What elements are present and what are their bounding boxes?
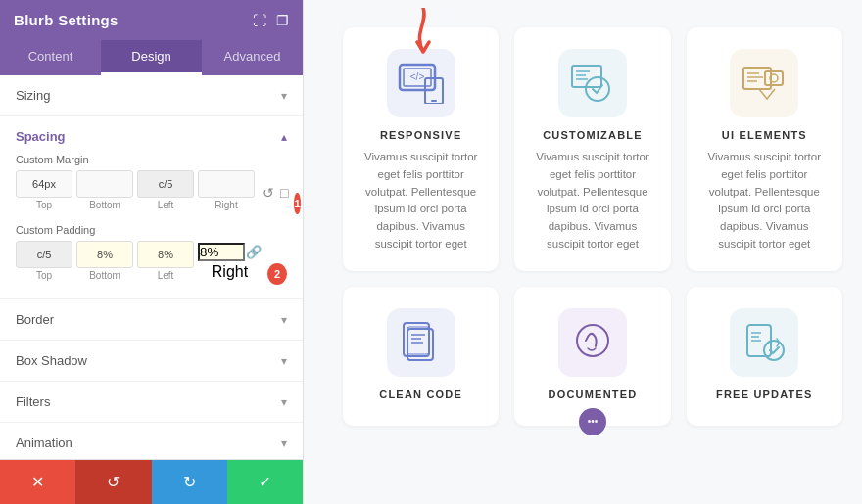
box-shadow-chevron-icon: ▾ bbox=[281, 354, 287, 368]
svg-point-27 bbox=[764, 341, 784, 360]
responsive-title: RESPONSIVE bbox=[380, 129, 462, 141]
card-customizable: CUSTOMIZABLE Vivamus suscipit tortor ege… bbox=[514, 27, 670, 271]
svg-rect-14 bbox=[765, 71, 783, 85]
card-ui-elements: UI ELEMENTS Vivamus suscipit tortor eget… bbox=[687, 27, 842, 271]
cards-grid: </> RESPONSIVE Vivamus suscipit tortor e… bbox=[343, 27, 842, 426]
free-updates-icon bbox=[740, 321, 789, 364]
spacing-header[interactable]: Spacing ▴ bbox=[16, 116, 287, 154]
margin-top-input[interactable] bbox=[16, 170, 72, 198]
collapse-icon[interactable]: ❐ bbox=[276, 13, 289, 28]
padding-bottom-input[interactable] bbox=[76, 241, 133, 268]
badge-2: 2 bbox=[267, 263, 287, 285]
ui-elements-icon bbox=[740, 62, 789, 105]
margin-top-group: Top bbox=[16, 170, 72, 210]
panel-body: Sizing ▾ Spacing ▴ Custom Margin Top bbox=[0, 75, 303, 459]
custom-margin-label: Custom Margin bbox=[16, 154, 287, 165]
padding-left-input[interactable] bbox=[137, 241, 194, 268]
reset-margin-icon[interactable]: ↺ bbox=[263, 185, 274, 201]
documented-dot: ••• bbox=[579, 408, 606, 435]
padding-right-label: Right bbox=[212, 263, 248, 281]
margin-left-input[interactable] bbox=[137, 170, 194, 198]
expand-icon[interactable]: ⛶ bbox=[253, 13, 266, 28]
svg-point-6 bbox=[586, 77, 609, 101]
sizing-section[interactable]: Sizing ▾ bbox=[0, 75, 303, 116]
panel-title: Blurb Settings bbox=[14, 12, 119, 28]
margin-bottom-group: Bottom bbox=[76, 170, 133, 210]
responsive-margin-icon[interactable]: □ bbox=[280, 185, 288, 201]
responsive-icon: </> bbox=[398, 63, 445, 104]
customizable-text: Vivamus suscipit tortor eget felis portt… bbox=[530, 149, 654, 253]
padding-top-label: Top bbox=[36, 270, 52, 281]
padding-inputs: Top Bottom Left bbox=[16, 241, 262, 281]
margin-left-group: Left bbox=[137, 170, 194, 210]
custom-margin-area: Custom Margin Top Bottom Lef bbox=[16, 154, 287, 214]
padding-top-group: Top bbox=[16, 241, 72, 281]
padding-left-group: Left bbox=[137, 241, 194, 281]
reset-icon: ↺ bbox=[107, 473, 120, 491]
refresh-button[interactable]: ↻ bbox=[152, 460, 227, 504]
panel-tabs: Content Design Advanced bbox=[0, 40, 303, 75]
sizing-chevron-icon: ▾ bbox=[281, 89, 287, 103]
arrow-indicator bbox=[404, 8, 443, 57]
padding-right-link-group: 🔗 Right bbox=[198, 243, 262, 281]
card-documented: DOCUMENTED ••• bbox=[514, 287, 670, 426]
margin-bottom-input[interactable] bbox=[76, 170, 133, 198]
padding-right-input[interactable] bbox=[198, 243, 245, 261]
padding-left-label: Left bbox=[158, 270, 174, 281]
refresh-icon: ↻ bbox=[183, 473, 196, 491]
spacing-section: Spacing ▴ Custom Margin Top Bottom bbox=[0, 116, 303, 299]
save-button[interactable]: ✓ bbox=[227, 460, 303, 504]
filters-label: Filters bbox=[16, 394, 50, 409]
customizable-icon-wrap bbox=[558, 49, 627, 117]
tab-design[interactable]: Design bbox=[101, 40, 202, 75]
card-responsive: </> RESPONSIVE Vivamus suscipit tortor e… bbox=[343, 27, 499, 271]
border-chevron-icon: ▾ bbox=[281, 313, 287, 327]
filters-section[interactable]: Filters ▾ bbox=[0, 382, 303, 423]
custom-padding-label: Custom Padding bbox=[16, 224, 287, 236]
free-updates-title: FREE UPDATES bbox=[716, 389, 813, 400]
documented-icon bbox=[568, 321, 617, 364]
ui-elements-icon-wrap bbox=[730, 49, 798, 117]
tab-advanced[interactable]: Advanced bbox=[202, 40, 303, 75]
link-padding-icon[interactable]: 🔗 bbox=[246, 245, 262, 259]
margin-right-group: Right bbox=[198, 170, 255, 210]
margin-left-label: Left bbox=[158, 200, 174, 210]
panel-header-actions: ⛶ ❐ bbox=[253, 13, 289, 28]
margin-inputs: Top Bottom Left Right bbox=[16, 170, 255, 210]
border-section[interactable]: Border ▾ bbox=[0, 299, 303, 341]
panel-footer: ✕ ↺ ↻ ✓ bbox=[0, 459, 303, 504]
free-updates-icon-wrap bbox=[730, 308, 798, 377]
clean-code-icon-wrap bbox=[387, 308, 455, 377]
save-icon: ✓ bbox=[259, 473, 271, 491]
animation-section[interactable]: Animation ▾ bbox=[0, 423, 303, 459]
padding-bottom-label: Bottom bbox=[89, 270, 120, 281]
spacing-chevron-icon: ▴ bbox=[281, 130, 287, 144]
customizable-icon bbox=[568, 62, 617, 105]
close-button[interactable]: ✕ bbox=[0, 460, 75, 504]
documented-icon-wrap bbox=[558, 308, 627, 377]
sizing-label: Sizing bbox=[16, 88, 50, 103]
box-shadow-section[interactable]: Box Shadow ▾ bbox=[0, 341, 303, 382]
padding-bottom-group: Bottom bbox=[76, 241, 133, 281]
padding-top-input[interactable] bbox=[16, 241, 72, 268]
clean-code-title: CLEAN CODE bbox=[379, 389, 462, 400]
documented-title: DOCUMENTED bbox=[549, 389, 638, 400]
reset-button[interactable]: ↺ bbox=[75, 460, 151, 504]
tab-content[interactable]: Content bbox=[0, 40, 101, 75]
content-area: </> RESPONSIVE Vivamus suscipit tortor e… bbox=[304, 0, 862, 504]
filters-chevron-icon: ▾ bbox=[281, 395, 287, 409]
panel-header: Blurb Settings ⛶ ❐ bbox=[0, 0, 303, 40]
spacing-label: Spacing bbox=[16, 129, 66, 144]
custom-padding-area: Custom Padding Top Bottom Le bbox=[16, 224, 287, 285]
ui-elements-title: UI ELEMENTS bbox=[722, 129, 807, 141]
card-clean-code: CLEAN CODE bbox=[343, 287, 499, 426]
card-free-updates: FREE UPDATES bbox=[687, 287, 842, 426]
margin-right-input[interactable] bbox=[198, 170, 255, 198]
responsive-text: Vivamus suscipit tortor eget felis portt… bbox=[359, 149, 483, 253]
badge-1: 1 bbox=[294, 193, 300, 214]
margin-bottom-label: Bottom bbox=[89, 200, 120, 210]
svg-text:</>: </> bbox=[409, 71, 424, 82]
animation-chevron-icon: ▾ bbox=[281, 436, 287, 450]
box-shadow-label: Box Shadow bbox=[16, 353, 87, 368]
animation-label: Animation bbox=[16, 435, 72, 450]
